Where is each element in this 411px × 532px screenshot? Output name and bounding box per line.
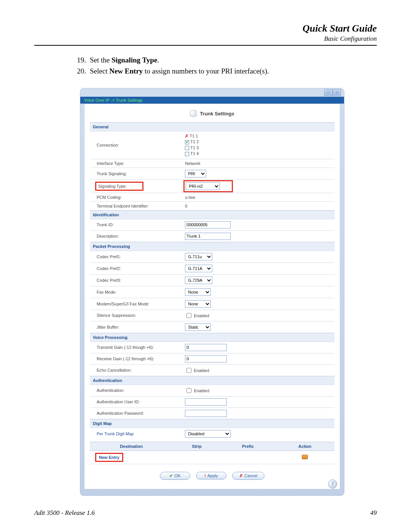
row-silence: Silence Suppression: Enabled <box>90 310 335 321</box>
footer-page-number: 49 <box>370 509 377 517</box>
cancel-button[interactable]: ✗Cancel <box>232 472 264 480</box>
input-description[interactable] <box>185 233 231 240</box>
section-packet: Packet Processing <box>90 242 335 251</box>
th-destination: Destination <box>90 442 173 451</box>
select-modem-fax[interactable]: None <box>185 300 211 308</box>
section-auth: Authentication <box>90 376 335 385</box>
row-codec2: Codec Pref2: G.711A <box>90 262 335 274</box>
label-txgain: Transmit Gain (-12 though +6): <box>90 342 183 353</box>
checkbox-icon[interactable]: ✔ <box>185 140 189 144</box>
input-trunk-id[interactable] <box>185 221 231 228</box>
section-identification: Identification <box>90 210 335 219</box>
label-trunk-signaling: Trunk Signaling: <box>90 168 183 179</box>
th-strip: Strip <box>173 442 221 451</box>
x-icon: ✗ <box>185 134 188 138</box>
select-codec3[interactable]: G.729A <box>185 276 212 284</box>
row-connection: Connection: ✗T1 1 ✔T1 2 T1 3 T1 4 <box>90 131 335 159</box>
select-signaling-type[interactable]: PRI-ni2 <box>186 182 220 190</box>
guide-subtitle: Basic Configuration <box>34 35 377 43</box>
row-tei: Terminal Endpoint Identifier: 0 <box>90 201 335 210</box>
instruction-20: 20. Select New Entry to assign numbers t… <box>76 66 377 77</box>
new-entry-link[interactable]: New Entry <box>97 454 121 460</box>
select-fax[interactable]: None <box>185 288 211 296</box>
select-jitter[interactable]: Static <box>185 323 211 331</box>
select-trunk-signaling[interactable]: PRI <box>185 170 206 177</box>
row-modem-fax: Modem/SuperG3 Fax Mode: None <box>90 298 335 310</box>
checkbox-icon[interactable] <box>185 152 189 156</box>
row-interface-type: Interface Type: Network <box>90 159 335 168</box>
settings-form: General Connection: ✗T1 1 ✔T1 2 T1 3 T1 … <box>90 122 335 439</box>
add-icon[interactable] <box>302 455 308 459</box>
instruction-num: 19. <box>76 55 90 66</box>
instruction-list: 19. Set the Signaling Type. 20. Select N… <box>76 55 377 77</box>
panel-title: Trunk Settings <box>90 110 335 117</box>
checkbox-icon[interactable] <box>185 146 189 150</box>
label-tei: Terminal Endpoint Identifier: <box>90 201 183 210</box>
instruction-text: Set the Signaling Type. <box>90 55 377 66</box>
select-per-trunk[interactable]: Disabled <box>185 430 231 438</box>
breadcrumb: Voice Over IP -> Trunk Settings <box>80 97 344 104</box>
label-auth-pass: Authentication Password: <box>90 407 183 419</box>
label-codec3: Codec Pref3: <box>90 274 183 286</box>
row-signaling-type: Signaling Type: PRI-ni2 <box>90 179 335 193</box>
row-jitter: Jitter Buffer: Static <box>90 321 335 333</box>
checkbox-echo[interactable] <box>186 368 191 373</box>
row-rxgain: Receive Gain (-12 through +6): <box>90 353 335 364</box>
label-interface-type: Interface Type: <box>90 159 183 168</box>
row-codec3: Codec Pref3: G.729A <box>90 274 335 286</box>
label-auth: Authentication: <box>90 385 183 396</box>
value-interface-type: Network <box>183 159 335 168</box>
label-modem-fax: Modem/SuperG3 Fax Mode: <box>90 298 183 310</box>
value-connection: ✗T1 1 ✔T1 2 T1 3 T1 4 <box>183 131 335 159</box>
label-codec2: Codec Pref2: <box>90 262 183 274</box>
row-auth-user: Authentication User ID: <box>90 396 335 407</box>
section-general: General <box>90 123 335 131</box>
row-new-entry: New Entry <box>90 451 335 464</box>
input-txgain[interactable] <box>185 344 227 351</box>
label-rxgain: Receive Gain (-12 through +6): <box>90 353 183 364</box>
select-codec2[interactable]: G.711A <box>185 265 212 272</box>
topbar-icon-2[interactable]: ▤ <box>333 89 341 96</box>
th-action: Action <box>275 442 335 451</box>
row-auth: Authentication: Enabled <box>90 385 335 396</box>
instruction-num: 20. <box>76 66 90 77</box>
checkbox-silence[interactable] <box>186 313 191 318</box>
row-per-trunk: Per Trunk Digit Map Disabled <box>90 428 335 439</box>
instruction-19: 19. Set the Signaling Type. <box>76 55 377 66</box>
help-icon[interactable]: ? <box>328 479 337 489</box>
section-voice: Voice Processing <box>90 333 335 342</box>
value-pcm: u-law <box>183 193 335 201</box>
row-fax: Fax Mode: None <box>90 286 335 298</box>
page-header: Quick Start Guide Basic Configuration <box>34 23 377 43</box>
label-echo: Echo Cancellation: <box>90 364 183 376</box>
select-codec1[interactable]: G.711u <box>185 253 212 260</box>
row-pcm: PCM Coding: u-law <box>90 193 335 201</box>
value-tei: 0 <box>183 201 335 210</box>
row-trunk-id: Trunk ID: <box>90 219 335 230</box>
label-codec1: Codec Pref1: <box>90 251 183 262</box>
button-row: ✔OK !Apply ✗Cancel <box>90 472 335 480</box>
th-prefix: Prefix <box>221 442 276 451</box>
apply-button[interactable]: !Apply <box>196 472 226 479</box>
header-rule <box>34 45 377 46</box>
section-digit: Digit Map <box>90 419 335 428</box>
label-per-trunk[interactable]: Per Trunk Digit Map <box>90 428 183 439</box>
label-jitter: Jitter Buffer: <box>90 321 183 333</box>
trunk-icon <box>190 110 197 117</box>
label-description: Description: <box>90 230 183 242</box>
row-trunk-signaling: Trunk Signaling: PRI <box>90 168 335 179</box>
ok-button[interactable]: ✔OK <box>160 472 190 480</box>
label-connection: Connection: <box>90 131 183 159</box>
label-pcm: PCM Coding: <box>90 193 183 201</box>
page-footer: Adit 3500 - Release 1.6 49 <box>34 509 377 517</box>
label-silence: Silence Suppression: <box>90 310 183 321</box>
row-auth-pass: Authentication Password: <box>90 407 335 419</box>
digit-map-table: Destination Strip Prefix Action New Entr… <box>90 442 335 464</box>
input-auth-pass[interactable] <box>185 410 227 417</box>
topbar-icon-1[interactable]: 品 <box>324 89 333 96</box>
checkbox-auth[interactable] <box>186 388 191 393</box>
input-rxgain[interactable] <box>185 355 227 363</box>
input-auth-user[interactable] <box>185 398 227 406</box>
instruction-text: Select New Entry to assign numbers to yo… <box>90 66 377 77</box>
guide-title: Quick Start Guide <box>34 23 377 34</box>
